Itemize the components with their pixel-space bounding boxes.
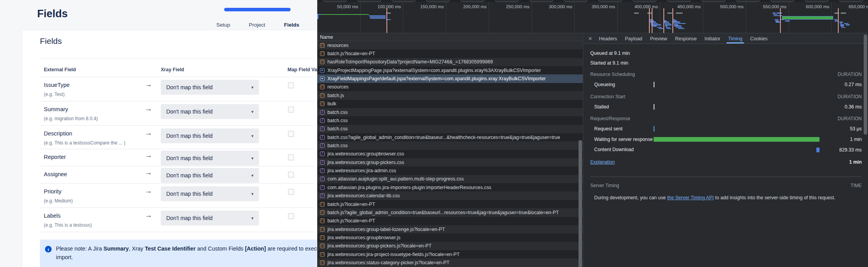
xray-field-select[interactable]: Don't map this field▾ [161, 168, 259, 183]
tab-cookies[interactable]: Cookies [746, 34, 771, 43]
waterfall-bar [834, 19, 837, 20]
map-field-value-checkbox[interactable] [288, 131, 294, 137]
waterfall-bar [665, 23, 670, 24]
chevron-down-icon: ▾ [251, 216, 253, 221]
request-row[interactable]: ()batch.js?locale=en-PT [317, 200, 583, 208]
map-field-value-checkbox[interactable] [288, 189, 294, 195]
request-name: batch.js?agile_global_admin_condition=tr… [327, 210, 559, 215]
map-field-value-checkbox[interactable] [288, 154, 294, 161]
xray-field-select[interactable]: Don't map this field▾ [161, 104, 259, 119]
request-row[interactable]: ()batch.js?locale=en-PT [317, 49, 583, 58]
tab-timing[interactable]: Timing [724, 34, 746, 43]
arrow-right-icon: → [145, 187, 152, 195]
request-row[interactable]: ()batch.js [317, 91, 583, 99]
request-row[interactable]: /com.atlassian.jira.plugins.jira-importe… [317, 183, 583, 191]
external-field-name: Priority [44, 188, 61, 195]
request-row[interactable]: {}resources [317, 41, 583, 49]
ruler-gridline [746, 2, 746, 33]
request-row[interactable]: /jira.webresources:groupbrowser.css [317, 150, 583, 158]
request-rows: {}resources()batch.js?locale=en-PT{}hasR… [317, 41, 583, 267]
xray-field-select[interactable]: Don't map this field▾ [161, 151, 259, 166]
waterfall-bar [650, 22, 656, 23]
waterfall-bar [667, 28, 671, 29]
chevron-down-icon: ▾ [251, 173, 253, 178]
map-field-value-checkbox[interactable] [288, 82, 294, 88]
timing-track [653, 126, 821, 132]
waterfall-bar [667, 13, 672, 14]
request-row[interactable]: {}hasRoleToImportRepositoryData?projectN… [317, 58, 583, 66]
css-file-icon: / [320, 193, 325, 198]
tab-response[interactable]: Response [671, 34, 701, 43]
wizard-tab-fields[interactable]: Fields [284, 22, 299, 28]
request-row[interactable]: /jira.webresources:jira-admin.css [317, 166, 583, 175]
timing-value: 0.36 ms [821, 104, 862, 110]
detail-panel-scrollbar[interactable] [864, 34, 867, 135]
queued-at-line: Queued at 9.1 min [590, 51, 862, 56]
page-title: Fields [37, 8, 68, 20]
tab-preview[interactable]: Preview [646, 34, 671, 43]
request-name: batch.js?locale=en-PT [327, 202, 375, 207]
request-row[interactable]: ()batch.js?agile_global_admin_condition=… [317, 208, 583, 216]
timing-label: Queueing [594, 81, 653, 88]
request-row[interactable]: ()jira.webresources:jira-project-issuety… [317, 250, 583, 258]
xray-field-select[interactable]: Don't map this field▾ [161, 128, 259, 143]
request-row[interactable]: ()batch.js?locale=en-PT [317, 217, 583, 225]
request-row[interactable]: /jira.webresources:calendar-lib.css [317, 191, 583, 200]
request-row[interactable]: /batch.css [317, 116, 583, 124]
ruler-label: 200,000 ms [447, 4, 487, 9]
request-name: com.atlassian.auiplugin:split_aui.patter… [327, 176, 464, 182]
request-row[interactable]: ()jira.webresources:status-category-pick… [317, 258, 583, 267]
request-name: XrayProjectMappingPage.jspa?externalSyst… [327, 68, 541, 73]
xray-field-select[interactable]: Don't map this field▾ [161, 211, 259, 226]
code-file-icon: {} [320, 43, 325, 48]
request-row[interactable]: /jira.webresources:group-pickers.css [317, 158, 583, 166]
map-field-value-checkbox[interactable] [288, 106, 294, 113]
xray-field-select[interactable]: Don't map this field▾ [161, 186, 259, 201]
request-row[interactable]: ()jira.webresources:groupbrowser.js [317, 233, 583, 242]
name-column-header[interactable]: Name [317, 34, 583, 41]
code-file-icon: {} [320, 60, 325, 64]
request-row[interactable]: /batch.css [317, 141, 583, 150]
timing-bar [654, 137, 819, 142]
table-bottom-border [40, 232, 314, 232]
request-row[interactable]: /batch.css [317, 108, 583, 116]
wizard-tab-setup[interactable]: Setup [216, 22, 230, 28]
timing-section-header: Resource SchedulingDURATION [590, 72, 862, 77]
tab-initiator[interactable]: Initiator [701, 34, 724, 43]
ruler-label: 300,000 ms [533, 4, 572, 9]
request-row[interactable]: ≡XrayProjectMappingPage.jspa?externalSys… [317, 66, 583, 74]
server-timing-api-link[interactable]: the Server Timing API [667, 195, 714, 200]
timing-track [653, 82, 821, 87]
wizard-tab-project[interactable]: Project [249, 22, 265, 28]
map-field-value-checkbox[interactable] [288, 213, 294, 219]
tab-headers[interactable]: Headers [595, 34, 621, 43]
waterfall-bar [678, 28, 685, 29]
close-icon[interactable]: ✕ [586, 34, 595, 43]
timing-bar [816, 148, 820, 152]
external-field-name: Summary [44, 106, 68, 112]
arrow-right-icon: → [145, 105, 152, 113]
arrow-right-icon: → [145, 129, 152, 137]
timing-row: Content Download829.33 ms [594, 146, 862, 153]
waterfall-bar [369, 15, 386, 16]
explanation-link[interactable]: Explanation [590, 159, 615, 165]
request-list-scrollbar[interactable] [579, 140, 582, 267]
request-row[interactable]: ()jira.webresources:group-label-lozenge.… [317, 225, 583, 233]
request-name: jira.webresources:group-label-lozenge.js… [327, 227, 445, 232]
request-row[interactable]: /batch.css [317, 125, 583, 133]
map-field-value-checkbox[interactable] [288, 171, 294, 178]
request-row[interactable]: ≡XrayFieldMappingsPage!default.jspa?exte… [317, 74, 583, 83]
request-row[interactable]: /com.atlassian.auiplugin:split_aui.patte… [317, 175, 583, 183]
tab-payload[interactable]: Payload [621, 34, 646, 43]
waterfall-bar [773, 13, 776, 14]
ruler-gridline [574, 2, 575, 33]
request-row[interactable]: ()jira.webresources:group-pickers.js?loc… [317, 242, 583, 250]
chevron-down-icon: ▾ [251, 109, 253, 114]
load-event-line [652, 8, 652, 33]
request-row[interactable]: /batch.css?agile_global_admin_condition=… [317, 133, 583, 141]
network-waterfall-overview[interactable]: 50,000 ms100,000 ms150,000 ms200,000 ms2… [317, 2, 868, 33]
xray-field-select[interactable]: Don't map this field▾ [161, 80, 259, 95]
waterfall-bar [664, 20, 667, 22]
request-row[interactable]: {}resources [317, 83, 583, 91]
request-row[interactable]: {}bulk [317, 100, 583, 108]
